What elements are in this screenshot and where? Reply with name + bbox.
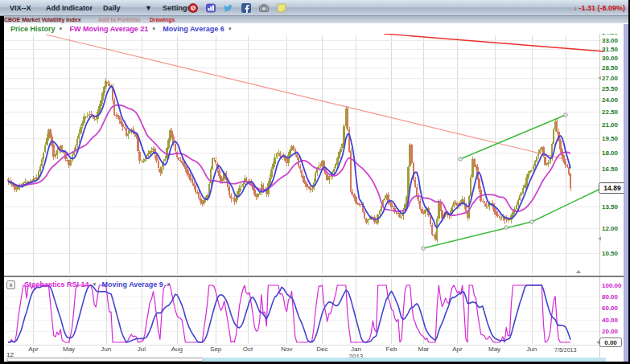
chevron-down-icon[interactable]: ▼	[145, 0, 152, 16]
svg-text:Apr: Apr	[28, 346, 39, 353]
legend-ma21[interactable]: FW Moving Average 21	[69, 25, 148, 33]
twitter-icon[interactable]	[223, 2, 234, 14]
svg-text:Jul: Jul	[138, 346, 146, 353]
svg-text:33.00: 33.00	[602, 37, 619, 44]
trendline-drawings-back[interactable]	[46, 34, 604, 160]
price-candles	[8, 78, 570, 243]
svg-text:21.00: 21.00	[602, 121, 619, 129]
svg-text:20.00: 20.00	[602, 328, 619, 335]
toolbar-icons	[187, 2, 287, 14]
svg-text:40.00: 40.00	[602, 317, 619, 324]
chevron-down-icon[interactable]: ▼	[59, 27, 64, 31]
svg-text:Jun: Jun	[526, 346, 537, 353]
svg-text:60.00: 60.00	[602, 305, 619, 312]
chevron-down-icon[interactable]: ▼	[151, 27, 156, 31]
svg-text:16.50: 16.50	[602, 166, 619, 173]
svg-text:Apr: Apr	[452, 346, 463, 353]
chevron-down-icon[interactable]: ▼	[167, 280, 171, 289]
svg-text:Nov: Nov	[281, 346, 292, 353]
indicator-legend: Stochastics RSI 14▼ Moving Average 9▼	[24, 280, 171, 289]
legend-ma9[interactable]: Moving Average 9	[102, 280, 163, 289]
svg-text:Feb: Feb	[386, 346, 397, 353]
svg-text:0.00: 0.00	[604, 339, 617, 346]
price-change-badge: ↓-1.31 (-8.09%)	[574, 0, 625, 16]
symbol-title: CBOE Market Volatility Index	[4, 16, 81, 23]
window-border-left	[0, 16, 4, 364]
svg-text:May: May	[63, 346, 75, 353]
stochastic-rsi-panel	[8, 285, 570, 342]
interval-select[interactable]: Daily	[103, 0, 121, 16]
svg-text:Jun: Jun	[101, 346, 111, 353]
svg-text:13.50: 13.50	[602, 203, 619, 211]
chart-legend: Price History▼ FW Moving Average 21▼ Mov…	[4, 23, 628, 34]
svg-text:19.50: 19.50	[602, 135, 619, 142]
svg-text:25.50: 25.50	[602, 85, 619, 92]
camera-icon[interactable]	[258, 2, 270, 14]
legend-ma6[interactable]: Moving Average 6	[163, 25, 224, 33]
svg-text:18.00: 18.00	[602, 149, 619, 157]
svg-text:10.50: 10.50	[602, 250, 619, 257]
svg-text:Dec: Dec	[316, 346, 327, 353]
add-indicator-button[interactable]: Add Indicator	[46, 0, 93, 16]
svg-text:12.00: 12.00	[602, 225, 619, 232]
chart-canvas: 34.5033.0031.5030.0028.5027.0025.5024.00…	[0, 0, 630, 364]
symbol-subheader: CBOE Market Volatility Index Add to Port…	[0, 16, 630, 23]
add-to-portfolio-link[interactable]: Add to Portfolio	[98, 16, 141, 23]
change-text: -1.31 (-8.09%)	[579, 4, 625, 12]
legend-stoch-rsi[interactable]: Stochastics RSI 14	[24, 280, 89, 289]
svg-text:22.50: 22.50	[602, 108, 619, 116]
svg-text:Jan: Jan	[351, 346, 361, 353]
svg-text:Oct: Oct	[243, 346, 253, 353]
drawings-link[interactable]: Drawings	[150, 16, 175, 23]
svg-text:14.89: 14.89	[603, 184, 621, 192]
close-indicator-button[interactable]: x	[6, 280, 15, 289]
svg-text:7/5/2013: 7/5/2013	[554, 347, 576, 353]
svg-text:31.50: 31.50	[602, 46, 619, 53]
svg-text:Aug: Aug	[171, 346, 183, 353]
svg-text:Sep: Sep	[210, 346, 222, 353]
svg-text:24.00: 24.00	[602, 96, 619, 104]
facebook-icon[interactable]	[241, 2, 252, 14]
alerts-clock-icon[interactable]	[187, 2, 199, 14]
svg-text:80.00: 80.00	[602, 293, 619, 301]
svg-text:30.00: 30.00	[602, 55, 619, 62]
svg-text:27.00: 27.00	[602, 75, 619, 82]
chevron-down-icon[interactable]: ▼	[93, 280, 97, 289]
toolbar: VIX--X Add Indicator Daily ▼ Settings	[0, 0, 630, 16]
chevron-down-icon[interactable]: ▼	[228, 27, 233, 31]
charting-app-window: { "toolbar": { "symbol": "VIX--X", "add_…	[0, 0, 630, 364]
svg-text:May: May	[488, 346, 500, 353]
trendline-drawings-front[interactable]	[422, 113, 599, 251]
svg-text:28.50: 28.50	[602, 64, 619, 72]
gridlines	[4, 24, 628, 360]
legend-price-history[interactable]: Price History	[10, 25, 56, 33]
symbol-label[interactable]: VIX--X	[10, 0, 31, 16]
note-icon[interactable]	[276, 2, 287, 14]
down-arrow-icon: ↓	[574, 4, 578, 12]
svg-text:Mar: Mar	[418, 346, 429, 353]
svg-text:100.00: 100.00	[602, 282, 622, 289]
chart-cube-icon[interactable]	[205, 2, 216, 14]
